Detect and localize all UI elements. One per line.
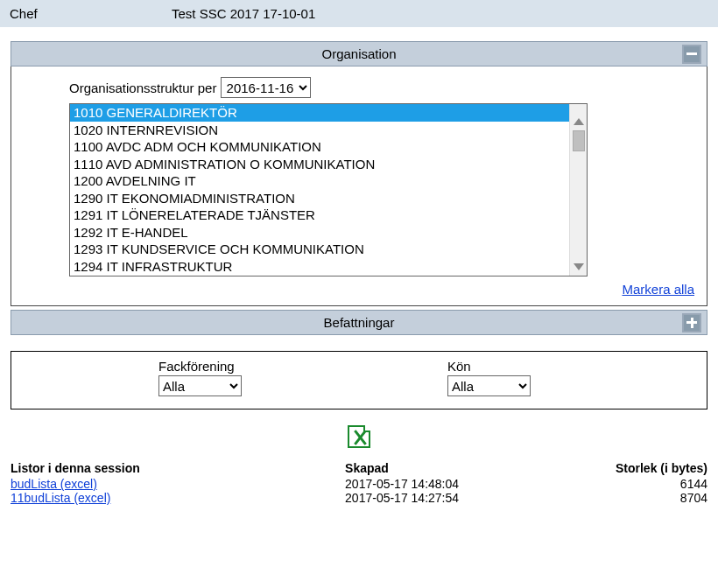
chef-label: Chef [10, 6, 172, 21]
session-size: 8704 [568, 491, 707, 505]
chef-header: Chef Test SSC 2017 17-10-01 [0, 0, 718, 27]
union-filter: Fackförening Alla [158, 359, 447, 396]
expand-icon[interactable] [682, 313, 701, 332]
befattningar-header[interactable]: Befattningar [11, 310, 707, 335]
org-list-item[interactable]: 1100 AVDC ADM OCH KOMMUNIKATION [70, 138, 569, 156]
org-list-item[interactable]: 1010 GENERALDIREKTÖR [70, 104, 569, 122]
table-row: budLista (excel)2017-05-17 14:48:046144 [11, 477, 707, 491]
session-file-link[interactable]: budLista (excel) [11, 477, 97, 491]
org-list-item[interactable]: 1293 IT KUNDSERVICE OCH KOMMUNIKATION [70, 241, 569, 258]
excel-export-row [0, 425, 718, 451]
session-created: 2017-05-17 14:48:04 [345, 477, 568, 491]
befattningar-title: Befattningar [324, 315, 395, 330]
org-listbox[interactable]: 1010 GENERALDIREKTÖR1020 INTERNREVISION1… [69, 103, 588, 276]
union-select[interactable]: Alla [158, 375, 242, 396]
gender-filter: Kön Alla [447, 359, 531, 396]
scroll-down-icon[interactable] [574, 263, 584, 270]
collapse-icon[interactable] [682, 45, 701, 64]
chef-value: Test SSC 2017 17-10-01 [172, 6, 315, 21]
org-date-row: Organisationsstruktur per 2016-11-16 [69, 77, 694, 98]
org-date-select[interactable]: 2016-11-16 [221, 77, 311, 98]
gender-label: Kön [447, 359, 531, 374]
excel-icon[interactable] [348, 425, 370, 448]
org-list-item[interactable]: 1292 IT E-HANDEL [70, 224, 569, 242]
filters-box: Fackförening Alla Kön Alla [11, 351, 707, 410]
gender-select[interactable]: Alla [447, 375, 531, 396]
org-list-item[interactable]: 1200 AVDELNING IT [70, 172, 569, 190]
scroll-up-icon[interactable] [574, 118, 584, 125]
befattningar-section: Befattningar [11, 310, 707, 335]
org-list-item[interactable]: 1294 IT INFRASTRUKTUR [70, 258, 569, 276]
mark-all-link[interactable]: Markera alla [622, 282, 694, 297]
organisation-header[interactable]: Organisation [11, 41, 707, 66]
scrollbar[interactable] [569, 104, 587, 276]
organisation-body: Organisationsstruktur per 2016-11-16 101… [11, 66, 707, 306]
session-created: 2017-05-17 14:27:54 [345, 491, 568, 505]
col-created-header: Skapad [345, 459, 568, 477]
org-list-item[interactable]: 1020 INTERNREVISION [70, 122, 569, 139]
col-size-header: Storlek (i bytes) [568, 459, 707, 477]
org-date-label: Organisationsstruktur per [69, 80, 216, 95]
session-size: 6144 [568, 477, 707, 491]
org-list-item[interactable]: 1290 IT EKONOMIADMINISTRATION [70, 190, 569, 207]
session-file-link[interactable]: 11budLista (excel) [11, 491, 110, 505]
scroll-thumb[interactable] [573, 130, 585, 151]
table-row: 11budLista (excel)2017-05-17 14:27:54870… [11, 491, 707, 505]
union-label: Fackförening [158, 359, 447, 374]
col-name-header: Listor i denna session [11, 459, 345, 477]
org-list-item[interactable]: 1291 IT LÖNERELATERADE TJÄNSTER [70, 206, 569, 224]
organisation-section: Organisation Organisationsstruktur per 2… [11, 41, 707, 306]
org-list-item[interactable]: 1110 AVD ADMINISTRATION O KOMMUNIKATION [70, 156, 569, 173]
session-table: Listor i denna session Skapad Storlek (i… [11, 459, 707, 505]
organisation-title: Organisation [321, 46, 396, 61]
